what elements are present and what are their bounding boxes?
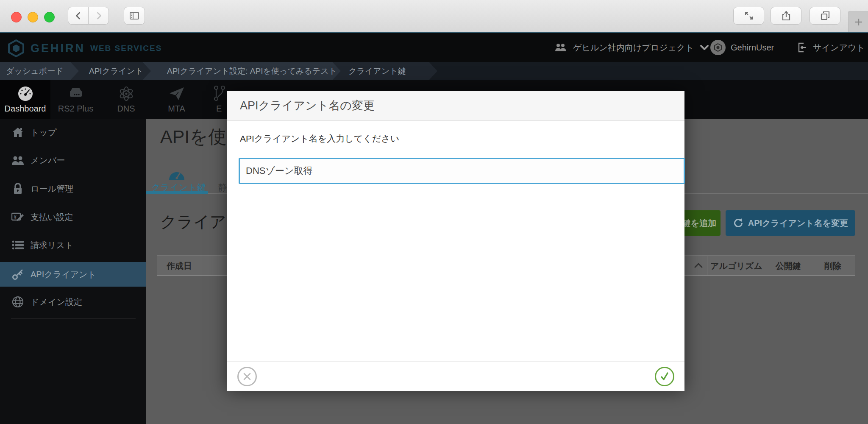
table-header-public-key[interactable]: 公開鍵 — [766, 256, 811, 276]
svg-text:¥: ¥ — [14, 215, 17, 220]
brand-suffix: WEB SERVICES — [90, 44, 162, 53]
breadcrumb-item-client-keys[interactable]: クライアント鍵 — [332, 62, 437, 80]
sidebar-item-top[interactable]: トップ — [0, 121, 146, 143]
key-icon — [11, 268, 25, 281]
rename-client-button[interactable]: APIクライアント名を変更 — [726, 210, 855, 236]
server-icon — [50, 84, 101, 103]
new-tab-button[interactable] — [849, 11, 868, 32]
rename-client-modal: APIクライアント名の変更 APIクライアント名を入力してください — [227, 91, 684, 391]
brand-logo[interactable]: GEHIRN WEB SERVICES — [8, 39, 162, 57]
globe-icon — [11, 295, 25, 309]
paper-plane-icon — [151, 84, 202, 103]
modal-footer — [227, 361, 684, 391]
signout-icon — [797, 42, 808, 53]
add-key-button[interactable]: 鍵を追加 — [678, 210, 721, 236]
sidebar-item-label: 請求リスト — [31, 240, 73, 251]
window-zoom-button[interactable] — [44, 12, 55, 22]
sidebar-item-label: ロール管理 — [31, 183, 73, 195]
modal-prompt: APIクライアント名を入力してください — [240, 133, 399, 145]
breadcrumb-label: APIクライアント設定: APIを使ってみるテスト — [167, 67, 337, 75]
project-selector-label: ゲヒルン社内向けプロジェクト — [573, 33, 694, 62]
table-header-delete[interactable]: 削除 — [811, 256, 855, 276]
cancel-button[interactable] — [237, 367, 257, 386]
window-close-button[interactable] — [11, 12, 22, 22]
screen: GEHIRN WEB SERVICES ゲヒルン社内向けプロジェクト Gehir… — [0, 0, 868, 424]
fullscreen-button[interactable] — [733, 7, 764, 25]
service-nav-label: MTA — [151, 104, 202, 114]
modal-header: APIクライアント名の変更 — [227, 91, 684, 121]
back-button[interactable] — [68, 7, 89, 25]
gauge-icon — [168, 166, 185, 181]
sidebar-divider — [11, 318, 136, 318]
app-header: GEHIRN WEB SERVICES ゲヒルン社内向けプロジェクト Gehir… — [0, 32, 868, 62]
sidebar-item-api-clients[interactable]: APIクライアント — [0, 262, 146, 287]
forward-button[interactable] — [88, 7, 109, 25]
breadcrumb-item-api-clients[interactable]: APIクライント — [70, 62, 151, 80]
chevron-down-icon — [700, 44, 709, 51]
breadcrumb-item-api-client-settings[interactable]: APIクライアント設定: APIを使ってみるテスト — [142, 62, 341, 80]
service-nav-dashboard[interactable]: Dashboard — [0, 80, 50, 119]
share-icon — [781, 10, 792, 21]
client-name-input[interactable] — [239, 158, 685, 184]
sidebar: トップ メンバー ロール管理 ¥ 支払い設定 請求リスト APIクライアント ド… — [0, 119, 146, 424]
browser-chrome — [0, 0, 868, 32]
lock-icon — [11, 182, 25, 195]
avatar — [710, 40, 726, 55]
active-tab-underline — [146, 191, 208, 194]
sidebar-toggle-button[interactable] — [124, 7, 145, 25]
sidebar-item-members[interactable]: メンバー — [0, 149, 146, 171]
confirm-button[interactable] — [655, 367, 674, 386]
add-key-button-label: 鍵を追加 — [682, 218, 716, 229]
sidebar-item-invoices[interactable]: 請求リスト — [0, 234, 146, 256]
sidebar-item-domains[interactable]: ドメイン設定 — [0, 291, 146, 313]
refresh-icon — [733, 218, 744, 229]
service-nav-label: RS2 Plus — [50, 104, 101, 114]
sidebar-item-label: ドメイン設定 — [31, 296, 82, 308]
tab-overview-icon — [820, 10, 831, 21]
gauge-icon — [0, 84, 50, 103]
service-nav-dns[interactable]: DNS — [101, 80, 151, 119]
fullscreen-icon — [743, 10, 754, 21]
sidebar-item-label: トップ — [31, 127, 56, 138]
rename-client-button-label: APIクライアント名を変更 — [748, 218, 849, 229]
modal-title: APIクライアント名の変更 — [227, 91, 684, 120]
sidebar-item-label: APIクライアント — [31, 269, 96, 280]
breadcrumb-label: ダッシュボード — [6, 67, 64, 75]
forward-icon — [94, 11, 104, 21]
sidebar-item-label: 支払い設定 — [31, 212, 73, 223]
service-nav-rs2plus[interactable]: RS2 Plus — [50, 80, 101, 119]
users-icon — [554, 42, 567, 53]
sidebar-item-payment[interactable]: ¥ 支払い設定 — [0, 206, 146, 228]
service-nav-label: DNS — [101, 104, 151, 114]
circle-check-icon — [659, 371, 670, 382]
signout-button[interactable]: サインアウト — [797, 33, 868, 62]
signout-label: サインアウト — [813, 33, 865, 62]
new-tab-icon — [854, 17, 864, 27]
breadcrumb-item-dashboard[interactable]: ダッシュボード — [0, 62, 79, 80]
project-selector[interactable]: ゲヒルン社内向けプロジェクト — [554, 33, 698, 62]
circle-x-icon — [242, 372, 252, 381]
atom-icon — [101, 84, 151, 103]
service-nav-label: Dashboard — [0, 104, 50, 114]
window-minimize-button[interactable] — [28, 12, 38, 22]
users-icon — [11, 153, 25, 167]
sidebar-toggle-icon — [129, 11, 140, 21]
list-icon — [11, 238, 25, 252]
username: GehirnUser — [731, 33, 774, 62]
sidebar-item-label: メンバー — [31, 155, 65, 166]
tab-overview-button[interactable] — [810, 7, 840, 25]
sidebar-item-roles[interactable]: ロール管理 — [0, 178, 146, 200]
breadcrumb: ダッシュボード APIクライント APIクライアント設定: APIを使ってみるテ… — [0, 62, 868, 80]
chevron-up-icon[interactable] — [693, 262, 704, 269]
service-nav-mta[interactable]: MTA — [151, 80, 202, 119]
tab-partially-hidden[interactable]: 静 — [218, 181, 227, 193]
table-header-created[interactable]: 作成日 — [167, 256, 192, 276]
table-header-algorithm[interactable]: アルゴリズム — [707, 256, 766, 276]
brand-name: GEHIRN — [31, 42, 85, 55]
user-menu[interactable]: GehirnUser — [710, 33, 782, 62]
gehirn-hexagon-icon — [8, 39, 25, 57]
tab-client-keys[interactable]: クライント鍵 — [146, 161, 210, 195]
share-button[interactable] — [771, 7, 801, 25]
payment-icon: ¥ — [11, 210, 25, 224]
breadcrumb-label: クライアント鍵 — [348, 67, 406, 75]
